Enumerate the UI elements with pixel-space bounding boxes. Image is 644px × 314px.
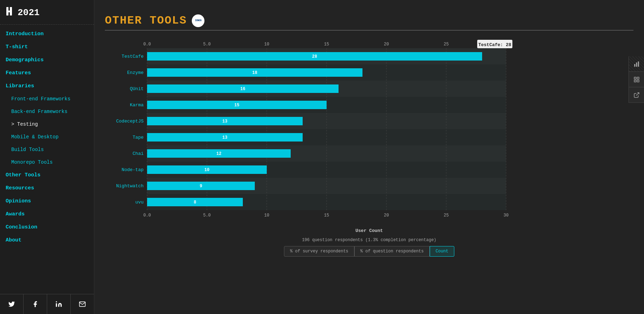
svg-line-75 xyxy=(636,93,639,95)
svg-rect-72 xyxy=(637,77,639,79)
facebook-button[interactable] xyxy=(24,294,47,314)
svg-text:5.0: 5.0 xyxy=(203,42,211,47)
right-panel xyxy=(629,56,644,103)
svg-text:CodeceptJS: CodeceptJS xyxy=(116,119,144,124)
sidebar-item-testing[interactable]: > Testing xyxy=(0,118,94,131)
svg-text:TestCafe: TestCafe xyxy=(122,54,144,59)
svg-text:8: 8 xyxy=(194,200,196,205)
grid-icon[interactable] xyxy=(629,72,644,87)
svg-text:28: 28 xyxy=(312,54,317,59)
svg-text:QUnit: QUnit xyxy=(130,86,144,92)
svg-text:20: 20 xyxy=(384,42,389,47)
social-bar xyxy=(0,294,94,314)
svg-text:18: 18 xyxy=(252,70,257,75)
sidebar-item-frontend[interactable]: Front-end Frameworks xyxy=(0,93,94,105)
sidebar: 2021 IntroductionT-shirtDemographicsFeat… xyxy=(0,0,94,314)
legend-btn-0[interactable]: % of survey respondents xyxy=(284,246,354,257)
bar-chart-icon[interactable] xyxy=(629,56,644,72)
sidebar-item-libraries[interactable]: Libraries xyxy=(0,80,94,93)
svg-rect-71 xyxy=(634,77,636,79)
svg-text:30: 30 xyxy=(504,213,509,218)
legend-btn-2[interactable]: Count xyxy=(430,246,454,257)
svg-text:16: 16 xyxy=(240,87,245,92)
svg-text:Tape: Tape xyxy=(133,135,144,140)
svg-text:Node-tap: Node-tap xyxy=(122,167,144,172)
sidebar-item-demographics[interactable]: Demographics xyxy=(0,54,94,67)
sidebar-item-awards[interactable]: Awards xyxy=(0,208,94,221)
linkedin-button[interactable] xyxy=(47,294,71,314)
svg-rect-2 xyxy=(6,11,12,12)
sidebar-item-resources[interactable]: Resources xyxy=(0,182,94,195)
svg-rect-74 xyxy=(637,80,639,82)
sidebar-item-features[interactable]: Features xyxy=(0,67,94,80)
svg-text:25: 25 xyxy=(444,42,449,47)
svg-text:13: 13 xyxy=(222,135,227,140)
svg-text:15: 15 xyxy=(324,42,329,47)
svg-text:Chai: Chai xyxy=(133,151,144,156)
logo-text: 2021 xyxy=(18,7,39,18)
x-axis-title: User Count xyxy=(105,228,633,233)
email-button[interactable] xyxy=(71,294,94,314)
sidebar-item-othertools[interactable]: Other Tools xyxy=(0,169,94,182)
svg-text:TestCafe: 28: TestCafe: 28 xyxy=(478,42,511,48)
svg-rect-70 xyxy=(638,61,639,67)
nav-list: IntroductionT-shirtDemographicsFeaturesL… xyxy=(0,25,94,294)
sidebar-item-opinions[interactable]: Opinions xyxy=(0,195,94,208)
respondents-info: 196 question respondents (1.3% completio… xyxy=(105,238,633,243)
chart-container: 0.05.01015202530TestCafe28Enzyme18QUnit1… xyxy=(105,38,633,226)
sidebar-item-introduction[interactable]: Introduction xyxy=(0,27,94,40)
svg-text:15: 15 xyxy=(234,103,239,108)
sidebar-item-conclusion[interactable]: Conclusion xyxy=(0,221,94,234)
page-header: OTHER TOOLS IONOS xyxy=(105,14,633,27)
svg-text:12: 12 xyxy=(216,151,221,156)
svg-text:15: 15 xyxy=(324,213,329,218)
logo-icon xyxy=(6,6,15,19)
twitter-button[interactable] xyxy=(0,294,24,314)
divider-line xyxy=(105,30,633,31)
main-content: OTHER TOOLS IONOS 0.05.01015202530TestCa… xyxy=(94,0,644,314)
svg-point-3 xyxy=(56,301,57,302)
page-title: OTHER TOOLS xyxy=(105,14,187,27)
sidebar-item-backend[interactable]: Back-end Frameworks xyxy=(0,105,94,118)
sidebar-item-buildtools[interactable]: Build Tools xyxy=(0,143,94,156)
svg-text:Nightwatch: Nightwatch xyxy=(116,183,144,189)
svg-text:13: 13 xyxy=(222,119,227,124)
svg-rect-73 xyxy=(634,80,636,82)
svg-rect-69 xyxy=(636,62,637,67)
sidebar-item-mobile[interactable]: Mobile & Desktop xyxy=(0,131,94,143)
export-icon[interactable] xyxy=(629,87,644,103)
svg-text:Karma: Karma xyxy=(130,102,144,108)
sidebar-item-about[interactable]: About xyxy=(0,234,94,247)
logo-area: 2021 xyxy=(0,0,94,25)
svg-text:10: 10 xyxy=(264,42,269,47)
svg-text:10: 10 xyxy=(204,168,209,172)
svg-text:0.0: 0.0 xyxy=(143,213,151,218)
svg-text:10: 10 xyxy=(264,213,269,218)
svg-text:25: 25 xyxy=(444,213,449,218)
svg-text:20: 20 xyxy=(384,213,389,218)
svg-text:9: 9 xyxy=(200,184,202,189)
svg-text:Enzyme: Enzyme xyxy=(127,70,144,75)
sidebar-item-monorepo[interactable]: Monorepo Tools xyxy=(0,156,94,169)
svg-text:5.0: 5.0 xyxy=(203,213,211,218)
sidebar-item-tshirt[interactable]: T-shirt xyxy=(0,40,94,54)
svg-text:0.0: 0.0 xyxy=(143,42,151,47)
svg-text:uvu: uvu xyxy=(135,200,144,205)
legend-row: % of survey respondents% of question res… xyxy=(105,246,633,257)
legend-btn-1[interactable]: % of question respondents xyxy=(354,246,430,257)
svg-rect-68 xyxy=(634,64,635,67)
sponsor-badge: IONOS xyxy=(192,14,204,27)
